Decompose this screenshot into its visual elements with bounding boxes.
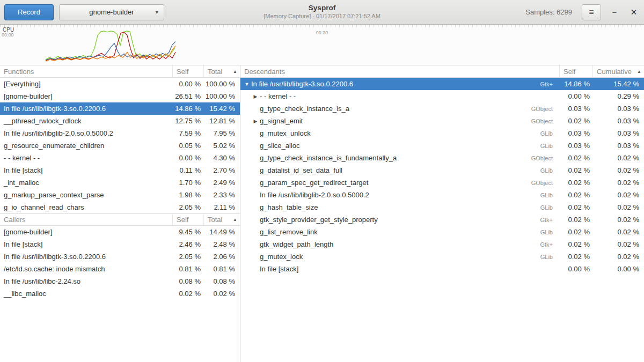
function-name: g_param_spec_get_redirect_target bbox=[260, 179, 368, 187]
total-percent: 15.42 % bbox=[203, 105, 240, 113]
library-tag: GLib bbox=[540, 254, 559, 260]
table-row[interactable]: _int_malloc1.70 %2.49 % bbox=[0, 176, 240, 189]
tree-row-name-cell: gtk_widget_path_lengthGtk+ bbox=[240, 240, 559, 248]
table-row[interactable]: g_resource_enumerate_children0.05 %5.02 … bbox=[0, 139, 240, 152]
function-name: g_mutex_lock bbox=[260, 253, 303, 261]
tree-row-name-cell: g_type_check_instance_is_fundamentally_a… bbox=[240, 154, 559, 162]
table-row[interactable]: g_markup_parse_context_parse1.98 %2.33 % bbox=[0, 189, 240, 201]
table-row[interactable]: - - kernel - -0.00 %4.30 % bbox=[0, 152, 240, 164]
sort-arrow-icon: ▲ bbox=[233, 69, 237, 74]
tree-row-name-cell: g_mutex_lockGLib bbox=[240, 253, 559, 261]
self-percent: 0.02 % bbox=[559, 216, 592, 224]
table-row[interactable]: In file /usr/lib/libc-2.24.so0.08 %0.08 … bbox=[0, 275, 240, 287]
total-percent: 12.81 % bbox=[203, 117, 240, 125]
app-title: Sysprof bbox=[264, 4, 380, 13]
library-tag: GObject bbox=[531, 155, 559, 161]
cumulative-percent: 0.03 % bbox=[592, 105, 644, 113]
cumulative-percent: 0.03 % bbox=[592, 117, 644, 125]
tree-row[interactable]: g_mutex_lockGLib0.02 %0.02 % bbox=[240, 250, 644, 263]
total-percent: 100.00 % bbox=[203, 80, 240, 88]
self-column-header[interactable]: Self bbox=[559, 65, 592, 77]
tree-row-name-cell: In file /usr/lib/libglib-2.0.so.0.5000.2… bbox=[240, 191, 559, 199]
titlebar: Record gnome-builder ▾ Sysprof [Memory C… bbox=[0, 0, 644, 25]
cumulative-percent: 0.02 % bbox=[592, 191, 644, 199]
table-row[interactable]: In file [stack]2.46 %2.48 % bbox=[0, 238, 240, 250]
total-percent: 4.30 % bbox=[203, 154, 240, 162]
tree-row[interactable]: g_mutex_unlockGLib0.03 %0.03 % bbox=[240, 127, 644, 139]
table-row[interactable]: In file /usr/lib/libglib-2.0.so.0.5000.2… bbox=[0, 127, 240, 139]
functions-column-header[interactable]: Functions bbox=[0, 68, 172, 76]
tree-row[interactable]: ▶g_signal_emitGObject0.02 %0.03 % bbox=[240, 115, 644, 127]
self-column-header[interactable]: Self bbox=[172, 65, 203, 77]
tree-row[interactable]: ▶- - kernel - -0.00 %0.29 % bbox=[240, 90, 644, 102]
tree-row[interactable]: g_type_check_instance_is_fundamentally_a… bbox=[240, 152, 644, 164]
function-name: g_type_check_instance_is_fundamentally_a bbox=[260, 154, 397, 162]
table-row[interactable]: In file [stack]0.11 %2.70 % bbox=[0, 164, 240, 176]
function-name: g_io_channel_read_chars bbox=[0, 203, 172, 211]
table-row[interactable]: [gnome-builder]26.51 %100.00 % bbox=[0, 90, 240, 102]
table-row[interactable]: [gnome-builder]9.45 %14.49 % bbox=[0, 226, 240, 238]
table-row[interactable]: g_io_channel_read_chars2.05 %2.11 % bbox=[0, 201, 240, 213]
total-percent: 14.49 % bbox=[203, 228, 240, 236]
table-row[interactable]: [Everything]0.00 %100.00 % bbox=[0, 78, 240, 90]
tree-row-name-cell: ▶g_signal_emitGObject bbox=[240, 117, 559, 125]
tree-row[interactable]: gtk_style_provider_get_style_propertyGtk… bbox=[240, 213, 644, 226]
tree-row-name-cell: g_type_check_instance_is_aGObject bbox=[240, 105, 559, 113]
function-name: g_markup_parse_context_parse bbox=[0, 191, 172, 199]
tree-row[interactable]: g_list_remove_linkGLib0.02 %0.02 % bbox=[240, 226, 644, 238]
self-percent: 2.05 % bbox=[172, 203, 203, 211]
close-button[interactable]: ✕ bbox=[628, 6, 640, 18]
tree-row[interactable]: g_param_spec_get_redirect_targetGObject0… bbox=[240, 176, 644, 189]
tree-row-name-cell: In file [stack] bbox=[240, 265, 559, 273]
self-percent: 0.02 % bbox=[559, 166, 592, 174]
cumulative-column-header[interactable]: Cumulative ▲ bbox=[592, 65, 644, 77]
callers-column-header[interactable]: Callers bbox=[0, 216, 172, 224]
tree-row[interactable]: g_hash_table_sizeGLib0.02 %0.02 % bbox=[240, 201, 644, 213]
total-percent: 5.02 % bbox=[203, 142, 240, 150]
self-percent: 2.05 % bbox=[172, 253, 203, 261]
cpu-timeline[interactable]: CPU 00:00 00:30 bbox=[0, 25, 644, 65]
tree-row-name-cell: g_slice_allocGLib bbox=[240, 142, 559, 150]
menu-button[interactable]: ≡ bbox=[582, 4, 601, 20]
minimize-button[interactable]: − bbox=[609, 6, 620, 18]
tree-row[interactable]: In file /usr/lib/libglib-2.0.so.0.5000.2… bbox=[240, 189, 644, 201]
self-percent: 14.86 % bbox=[172, 105, 203, 113]
tree-row[interactable]: g_datalist_id_set_data_fullGLib0.02 %0.0… bbox=[240, 164, 644, 176]
self-column-header[interactable]: Self bbox=[172, 214, 203, 225]
cumulative-percent: 0.00 % bbox=[592, 265, 644, 273]
total-column-header[interactable]: Total ▲ bbox=[203, 65, 240, 77]
close-icon: ✕ bbox=[631, 8, 638, 17]
tree-row[interactable]: In file [stack]0.00 %0.00 % bbox=[240, 263, 644, 275]
function-name: /etc/ld.so.cache: inode mismatch bbox=[0, 265, 172, 273]
expand-icon[interactable]: ▶ bbox=[251, 119, 260, 124]
self-percent: 1.98 % bbox=[172, 191, 203, 199]
self-percent: 0.00 % bbox=[559, 265, 592, 273]
tree-row[interactable]: g_slice_allocGLib0.03 %0.03 % bbox=[240, 139, 644, 152]
tree-row-name-cell: ▶- - kernel - - bbox=[240, 92, 559, 100]
descendants-table-header: Descendants Self Cumulative ▲ bbox=[240, 65, 644, 78]
table-row[interactable]: In file /usr/lib/libgtk-3.so.0.2200.62.0… bbox=[0, 250, 240, 263]
self-percent: 0.02 % bbox=[559, 253, 592, 261]
callers-rows: [gnome-builder]9.45 %14.49 %In file [sta… bbox=[0, 226, 240, 300]
descendants-column-header[interactable]: Descendants bbox=[240, 68, 559, 76]
tree-row[interactable]: g_type_check_instance_is_aGObject0.03 %0… bbox=[240, 102, 644, 115]
function-name: g_list_remove_link bbox=[260, 228, 318, 236]
function-name: g_type_check_instance_is_a bbox=[260, 105, 349, 113]
record-button[interactable]: Record bbox=[4, 4, 54, 20]
total-column-header[interactable]: Total ▲ bbox=[203, 214, 240, 225]
expand-icon[interactable]: ▶ bbox=[251, 94, 260, 99]
process-selector-dropdown[interactable]: gnome-builder ▾ bbox=[59, 4, 164, 20]
library-tag: GLib bbox=[540, 167, 559, 174]
cumulative-percent: 0.02 % bbox=[592, 216, 644, 224]
library-tag: Gtk+ bbox=[540, 81, 559, 87]
tree-row[interactable]: gtk_widget_path_lengthGtk+0.02 %0.02 % bbox=[240, 238, 644, 250]
table-row[interactable]: In file /usr/lib/libgtk-3.so.0.2200.614.… bbox=[0, 102, 240, 115]
total-percent: 2.48 % bbox=[203, 240, 240, 248]
collapse-icon[interactable]: ▼ bbox=[243, 82, 251, 87]
tree-row[interactable]: ▼In file /usr/lib/libgtk-3.so.0.2200.6Gt… bbox=[240, 78, 644, 90]
table-row[interactable]: /etc/ld.so.cache: inode mismatch0.81 %0.… bbox=[0, 263, 240, 275]
function-name: In file /usr/lib/libgtk-3.so.0.2200.6 bbox=[0, 253, 172, 261]
tree-row-name-cell: g_datalist_id_set_data_fullGLib bbox=[240, 166, 559, 174]
table-row[interactable]: __pthread_rwlock_rdlock12.75 %12.81 % bbox=[0, 115, 240, 127]
table-row[interactable]: __libc_malloc0.02 %0.02 % bbox=[0, 287, 240, 300]
